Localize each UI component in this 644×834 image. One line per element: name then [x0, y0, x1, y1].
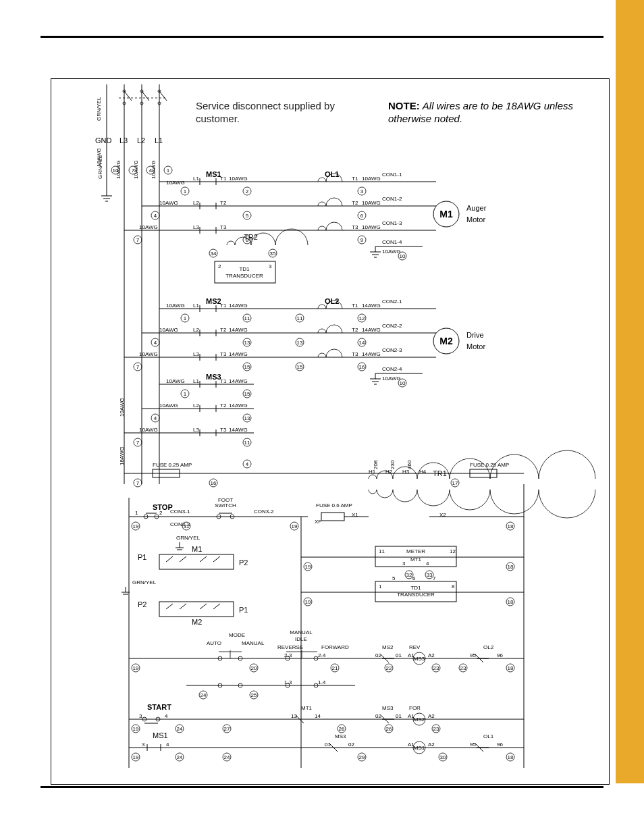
- svg-text:14AWG: 14AWG: [229, 402, 248, 409]
- svg-line-10: [159, 91, 167, 101]
- svg-text:01: 01: [396, 652, 402, 658]
- svg-text:26: 26: [339, 726, 345, 732]
- svg-text:13: 13: [244, 415, 250, 421]
- svg-text:Drive: Drive: [466, 331, 484, 339]
- svg-text:10AWG: 10AWG: [119, 398, 125, 417]
- svg-text:P1: P1: [138, 553, 146, 561]
- svg-text:16: 16: [211, 480, 217, 486]
- svg-text:1: 1: [184, 188, 187, 194]
- svg-text:7: 7: [136, 480, 140, 486]
- svg-text:MS3: MS3: [414, 656, 425, 662]
- svg-text:T2: T2: [352, 200, 358, 206]
- svg-text:MS1: MS1: [153, 731, 168, 739]
- svg-text:02: 02: [348, 741, 354, 748]
- svg-text:14AWG: 14AWG: [362, 303, 381, 309]
- svg-text:T3: T3: [352, 351, 358, 357]
- svg-text:X2: X2: [439, 512, 446, 518]
- svg-text:01: 01: [396, 713, 402, 719]
- svg-text:24: 24: [177, 754, 183, 760]
- svg-text:23: 23: [433, 726, 439, 732]
- svg-text:4: 4: [154, 213, 157, 219]
- svg-text:1: 1: [135, 510, 138, 516]
- svg-text:14AWG: 14AWG: [362, 351, 381, 357]
- svg-text:10: 10: [400, 253, 406, 259]
- svg-text:02: 02: [375, 713, 381, 719]
- svg-text:33: 33: [427, 572, 433, 578]
- svg-text:X1: X1: [352, 512, 358, 518]
- svg-text:L2: L2: [193, 327, 199, 333]
- svg-text:METER: METER: [406, 548, 425, 554]
- svg-text:TRANSDUCER: TRANSDUCER: [225, 273, 263, 279]
- svg-text:OL1: OL1: [483, 733, 494, 739]
- svg-text:27: 27: [224, 726, 230, 732]
- svg-text:A1: A1: [408, 713, 414, 719]
- svg-text:CON2-4: CON2-4: [382, 366, 402, 372]
- ms1-row2: 10AWG L2T2 4 5 T210AWG 6 CON1-2: [142, 196, 436, 219]
- svg-text:1: 1: [184, 315, 187, 321]
- svg-text:FUSE 0.25 AMP: FUSE 0.25 AMP: [153, 462, 192, 468]
- svg-text:P2: P2: [239, 558, 248, 567]
- svg-text:19: 19: [133, 726, 139, 732]
- svg-text:10AWG: 10AWG: [139, 224, 158, 230]
- svg-text:24: 24: [224, 754, 230, 760]
- svg-text:TD1: TD1: [410, 585, 421, 591]
- svg-text:1: 1: [167, 167, 170, 174]
- svg-text:MS1: MS1: [206, 170, 221, 178]
- svg-text:30: 30: [440, 754, 446, 760]
- svg-text:AUTO: AUTO: [207, 640, 221, 646]
- svg-text:3: 3: [402, 561, 406, 567]
- svg-text:FUSE 0.25 AMP: FUSE 0.25 AMP: [470, 462, 509, 468]
- svg-text:18: 18: [508, 564, 514, 570]
- svg-text:5: 5: [392, 575, 396, 581]
- svg-text:T3: T3: [220, 427, 227, 433]
- svg-text:L2: L2: [193, 402, 199, 409]
- svg-text:32: 32: [406, 572, 412, 578]
- svg-text:T2: T2: [220, 327, 227, 333]
- svg-text:2: 2: [218, 263, 221, 269]
- control-circuit: STOP 12 CON3-1 FOOTSWITCH CON3-2 19 31 C…: [122, 484, 524, 768]
- svg-text:2: 2: [246, 188, 249, 194]
- svg-text:FORWARD: FORWARD: [321, 644, 349, 650]
- svg-text:4: 4: [149, 167, 153, 174]
- svg-text:95: 95: [470, 652, 476, 658]
- svg-text:18: 18: [508, 523, 514, 529]
- svg-text:Auger: Auger: [466, 204, 487, 212]
- svg-text:REV: REV: [409, 644, 421, 650]
- svg-text:18: 18: [508, 665, 514, 671]
- svg-text:10AWG: 10AWG: [159, 402, 178, 409]
- svg-text:XF: XF: [315, 519, 321, 525]
- svg-text:L3: L3: [193, 224, 199, 230]
- svg-text:MS3: MS3: [335, 733, 346, 739]
- svg-text:96: 96: [497, 741, 503, 748]
- svg-text:10AWG: 10AWG: [139, 427, 158, 433]
- svg-text:CON2-2: CON2-2: [382, 323, 402, 329]
- svg-text:14: 14: [315, 713, 321, 719]
- svg-text:4: 4: [165, 713, 168, 719]
- svg-text:13: 13: [297, 340, 303, 346]
- svg-text:29: 29: [359, 754, 365, 760]
- svg-text:3: 3: [360, 188, 364, 194]
- svg-text:FUSE 0.6 AMP: FUSE 0.6 AMP: [316, 502, 352, 509]
- svg-text:T3: T3: [220, 351, 227, 357]
- svg-text:7: 7: [136, 237, 140, 243]
- svg-text:24: 24: [200, 692, 207, 698]
- svg-line-4: [124, 91, 132, 101]
- svg-text:5: 5: [246, 213, 249, 219]
- svg-text:6: 6: [412, 575, 416, 581]
- svg-text:02: 02: [375, 652, 381, 658]
- svg-text:13: 13: [244, 340, 250, 346]
- svg-text:L1: L1: [193, 303, 199, 309]
- sidebar-stripe: [616, 0, 644, 783]
- svg-text:19: 19: [305, 564, 311, 570]
- svg-rect-256: [321, 513, 344, 521]
- svg-text:M2: M2: [192, 618, 202, 626]
- svg-text:OL2: OL2: [483, 644, 494, 650]
- svg-text:A2: A2: [428, 741, 435, 748]
- svg-text:20: 20: [251, 665, 257, 671]
- svg-text:CON3-1: CON3-1: [170, 509, 190, 515]
- svg-text:2: 2: [159, 510, 163, 516]
- svg-text:10AWG: 10AWG: [382, 375, 401, 382]
- svg-text:CON1-3: CON1-3: [382, 220, 402, 226]
- svg-text:11: 11: [379, 548, 385, 554]
- svg-text:MODE: MODE: [229, 632, 245, 638]
